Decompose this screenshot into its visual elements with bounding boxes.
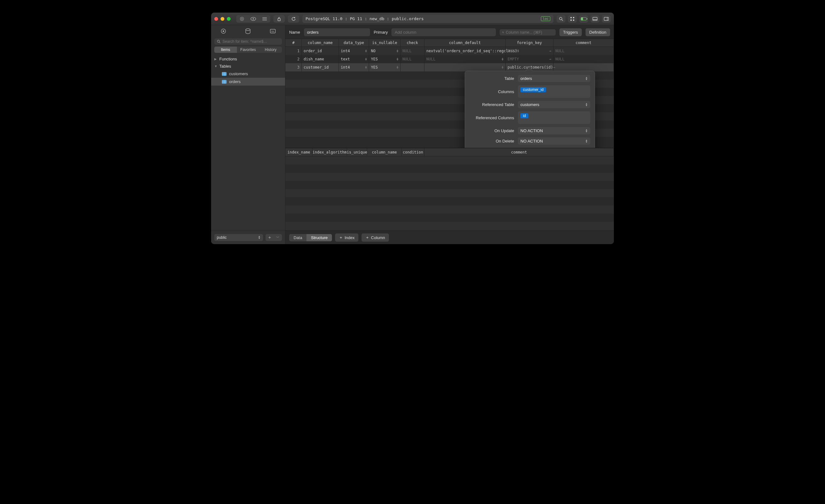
stepper-icon[interactable]: ▲▼ — [502, 66, 504, 69]
idx-header-unique[interactable]: is_unique — [347, 148, 367, 156]
sidebar-mode-database-icon[interactable] — [245, 28, 251, 34]
cell-column-name[interactable]: order_id — [302, 47, 339, 55]
sidebar-tab-items[interactable]: Items — [214, 47, 237, 53]
stepper-icon[interactable]: ▲▼ — [365, 49, 367, 53]
cell-comment[interactable]: NULL — [553, 55, 614, 63]
sidebar-mode-connection-icon[interactable] — [220, 28, 227, 34]
add-column-button[interactable]: ＋Column — [362, 233, 389, 241]
col-header-fk[interactable]: foreign_key — [506, 39, 553, 47]
cell-nullable[interactable]: NO▲▼ — [369, 47, 400, 55]
stepper-icon[interactable]: ▲▼ — [397, 49, 398, 53]
sidebar-tab-history[interactable]: History — [259, 47, 282, 53]
sidebar-tab-favorites[interactable]: Favorites — [237, 47, 259, 53]
idx-header-condition[interactable]: condition — [402, 148, 425, 156]
cell-data-type[interactable]: int4▲▼ — [339, 47, 369, 55]
col-header-nullable[interactable]: is_nullable — [369, 39, 400, 47]
idx-header-comment[interactable]: comment — [425, 148, 614, 156]
idx-header-algorithm[interactable]: index_algorithm — [312, 148, 347, 156]
segment-data[interactable]: Data — [289, 234, 306, 241]
stepper-icon[interactable]: ▲▼ — [365, 66, 367, 69]
col-header-check[interactable]: check — [400, 39, 425, 47]
cell-fk[interactable]: EMPTY→ — [506, 47, 553, 55]
column-token[interactable]: id — [520, 113, 528, 118]
idx-header-column[interactable]: column_name — [367, 148, 402, 156]
grid-button[interactable] — [568, 15, 577, 23]
cell-column-name[interactable]: customer_id — [302, 63, 339, 71]
lock-button[interactable] — [274, 15, 285, 23]
add-index-button[interactable]: ＋Index — [335, 233, 358, 241]
search-button[interactable] — [556, 15, 566, 23]
column-row[interactable]: 3 customer_id int4▲▼ YES▲▼ ▲▼ public.cus… — [285, 63, 614, 71]
stepper-icon[interactable]: ▲▼ — [397, 66, 398, 69]
pop-ondelete-select[interactable]: NO ACTION▲▼ — [518, 138, 590, 145]
reload-button[interactable] — [288, 15, 299, 23]
cell-comment[interactable]: NULL — [553, 47, 614, 55]
pop-refcols-field[interactable]: id — [518, 112, 590, 124]
cell-check[interactable]: NULL — [400, 55, 425, 63]
col-header-comment[interactable]: comment — [553, 39, 614, 47]
connection-breadcrumb[interactable]: PostgreSQL 11.0 : PG 11 : new_db : publi… — [302, 15, 553, 23]
stepper-icon[interactable]: ▲▼ — [365, 58, 367, 61]
sidebar-search[interactable] — [214, 39, 282, 45]
tree-table-orders[interactable]: orders — [211, 78, 285, 86]
stepper-icon[interactable]: ▲▼ — [397, 58, 398, 61]
triggers-button[interactable]: Triggers — [559, 28, 582, 36]
cell-check[interactable] — [400, 63, 425, 71]
tree-functions[interactable]: ▶ Functions — [211, 55, 285, 63]
table-name-input[interactable] — [304, 28, 370, 36]
cell-comment[interactable] — [553, 63, 614, 71]
table-icon — [222, 80, 227, 84]
tree-tables[interactable]: ▼ Tables — [211, 63, 285, 70]
pop-ondelete-label: On Delete — [469, 139, 514, 143]
column-search[interactable] — [500, 29, 556, 35]
column-search-input[interactable] — [506, 30, 553, 34]
close-window-button[interactable] — [214, 17, 218, 21]
sidebar-tree: ▶ Functions ▼ Tables customers orders — [211, 55, 285, 231]
col-header-name[interactable]: column_name — [302, 39, 339, 47]
list-button[interactable] — [259, 15, 270, 23]
cell-check[interactable]: NULL — [400, 47, 425, 55]
sidebar-mode-sql-icon[interactable]: SQL — [270, 28, 276, 34]
schema-select[interactable]: public ▲▼ — [214, 234, 263, 241]
tree-table-orders-label: orders — [229, 79, 241, 84]
pop-table-select[interactable]: orders▲▼ — [518, 75, 590, 82]
pop-columns-field[interactable]: customer_id — [518, 85, 590, 98]
cell-nullable[interactable]: YES▲▼ — [369, 55, 400, 63]
stop-button[interactable] — [236, 15, 248, 23]
panel-button-2[interactable] — [602, 15, 611, 23]
cell-nullable[interactable]: YES▲▼ — [369, 63, 400, 71]
svg-rect-17 — [604, 17, 608, 20]
cell-column-name[interactable]: dish_name — [302, 55, 339, 63]
add-button[interactable]: ＋ — [266, 234, 274, 241]
pop-onupdate-select[interactable]: NO ACTION▲▼ — [518, 127, 590, 134]
column-row[interactable]: 2 dish_name text▲▼ YES▲▼ NULL NULL▲▼ EMP… — [285, 55, 614, 63]
panel-button-1[interactable] — [591, 15, 599, 23]
add-menu-chevron-icon[interactable]: ﹀ — [274, 234, 282, 241]
segment-structure[interactable]: Structure — [306, 234, 332, 241]
pop-reftable-select[interactable]: customers▲▼ — [518, 101, 590, 108]
column-row[interactable]: 1 order_id int4▲▼ NO▲▼ NULL nextval('ord… — [285, 47, 614, 55]
cell-data-type[interactable]: text▲▼ — [339, 55, 369, 63]
preview-button[interactable] — [248, 15, 259, 23]
stepper-icon[interactable]: ▲▼ — [502, 58, 504, 61]
pop-reftable-label: Referenced Table — [469, 102, 514, 107]
cell-default[interactable]: NULL▲▼ — [425, 55, 506, 63]
row-number: 3 — [285, 63, 302, 71]
definition-button[interactable]: Definition — [586, 28, 610, 36]
column-token[interactable]: customer_id — [520, 87, 546, 92]
cell-fk[interactable]: EMPTY→ — [506, 55, 553, 63]
col-header-default[interactable]: column_default — [425, 39, 506, 47]
minimize-window-button[interactable] — [221, 17, 224, 21]
idx-header-name[interactable]: index_name — [285, 148, 312, 156]
primary-key-input[interactable] — [391, 28, 496, 36]
svg-rect-15 — [593, 17, 597, 20]
col-header-number[interactable]: # — [285, 39, 302, 47]
cell-default[interactable]: nextval('orders_order_id_seq'::regclass)… — [425, 47, 506, 55]
zoom-window-button[interactable] — [227, 17, 231, 21]
col-header-type[interactable]: data_type — [339, 39, 369, 47]
sidebar-search-input[interactable] — [222, 39, 279, 44]
tree-table-customers[interactable]: customers — [211, 70, 285, 78]
svg-text:SQL: SQL — [271, 30, 274, 32]
cell-default[interactable]: ▲▼ — [425, 63, 506, 71]
cell-data-type[interactable]: int4▲▼ — [339, 63, 369, 71]
